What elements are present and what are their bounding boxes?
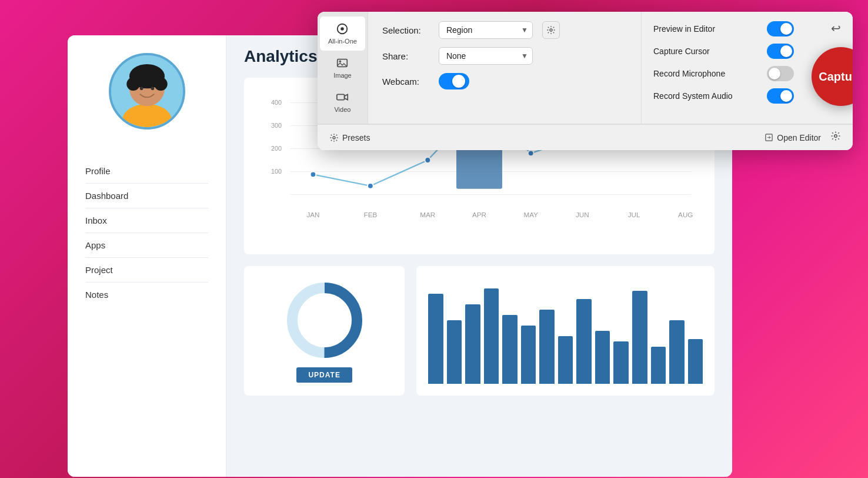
bar-10 xyxy=(595,331,610,384)
open-editor-label: Open Editor xyxy=(777,133,821,142)
options-area: Preview in Editor Capture Cursor Record … xyxy=(641,12,806,124)
bottom-charts: UPDATE xyxy=(244,266,715,396)
svg-point-41 xyxy=(341,27,345,31)
record-microphone-label: Record Microphone xyxy=(653,69,725,78)
donut-chart-svg xyxy=(283,279,366,361)
svg-point-47 xyxy=(333,137,335,139)
preview-in-editor-label: Preview in Editor xyxy=(653,24,715,34)
sidebar-item-apps[interactable]: Apps xyxy=(85,233,208,258)
open-editor-button[interactable]: Open Editor xyxy=(764,133,821,142)
bottom-right-actions: Open Editor xyxy=(764,131,841,144)
record-system-audio-toggle[interactable] xyxy=(767,88,794,104)
presets-button[interactable]: Presets xyxy=(329,133,370,142)
mode-all-in-one-label: All-in-One xyxy=(328,38,357,45)
svg-text:400: 400 xyxy=(271,99,282,106)
all-in-one-icon xyxy=(336,22,349,35)
webcam-toggle-knob xyxy=(452,75,465,88)
svg-point-22 xyxy=(425,157,430,163)
capture-button[interactable]: Capture xyxy=(812,47,853,106)
record-system-audio-knob xyxy=(780,90,792,102)
selection-label: Selection: xyxy=(382,25,429,35)
bar-2 xyxy=(447,320,462,384)
mode-video-label: Video xyxy=(334,106,350,113)
snagit-panel: All-in-One Image Video xyxy=(318,12,853,150)
settings-gear-button[interactable] xyxy=(830,131,841,144)
avatar xyxy=(109,53,185,130)
bar-9 xyxy=(576,299,592,384)
sidebar: Profile Dashboard Inbox Apps Project Not… xyxy=(68,35,226,477)
sidebar-item-inbox[interactable]: Inbox xyxy=(85,208,208,233)
share-dropdown-wrapper: None Clipboard File Email ▼ xyxy=(439,47,533,65)
bar-14 xyxy=(669,320,685,384)
svg-point-49 xyxy=(834,135,837,138)
option-preview-in-editor: Preview in Editor xyxy=(653,21,794,36)
svg-text:JAN: JAN xyxy=(306,211,319,218)
webcam-label: Webcam: xyxy=(382,77,429,87)
bar-12 xyxy=(632,291,647,384)
svg-marker-45 xyxy=(345,94,348,99)
sidebar-item-project[interactable]: Project xyxy=(85,258,208,283)
mode-icons: All-in-One Image Video xyxy=(318,12,368,124)
selection-dropdown-wrapper: Region Window Full Screen Scrolling Wind… xyxy=(439,21,533,39)
selection-dropdown[interactable]: Region Window Full Screen Scrolling Wind… xyxy=(439,21,533,39)
settings-gear-icon xyxy=(830,131,841,141)
capture-btn-area: Capture ➤ xyxy=(806,12,853,124)
bar-15 xyxy=(688,339,703,384)
sidebar-item-notes[interactable]: Notes xyxy=(85,283,208,307)
bar-5 xyxy=(502,315,518,384)
svg-text:MAY: MAY xyxy=(523,211,538,218)
option-record-microphone: Record Microphone xyxy=(653,66,794,81)
reset-button[interactable]: ↩ xyxy=(831,21,841,35)
svg-point-8 xyxy=(149,69,161,80)
gear-icon xyxy=(546,25,556,35)
mode-image[interactable]: Image xyxy=(318,51,368,85)
update-button[interactable]: UPDATE xyxy=(296,367,352,383)
bar-7 xyxy=(539,310,555,384)
controls-area: Selection: Region Window Full Screen Scr… xyxy=(368,12,641,124)
capture-cursor-toggle[interactable] xyxy=(767,44,794,59)
svg-point-10 xyxy=(151,87,154,90)
svg-text:100: 100 xyxy=(271,168,282,175)
share-label: Share: xyxy=(382,51,429,61)
bar-3 xyxy=(465,304,480,384)
svg-point-43 xyxy=(339,60,342,62)
panel-bottom: Presets Open Editor xyxy=(318,124,853,150)
sidebar-item-profile[interactable]: Profile xyxy=(85,159,208,184)
share-dropdown[interactable]: None Clipboard File Email xyxy=(439,47,533,65)
svg-point-9 xyxy=(139,87,143,90)
bar-8 xyxy=(558,336,573,384)
svg-text:APR: APR xyxy=(472,211,486,218)
svg-point-21 xyxy=(368,183,373,189)
svg-text:300: 300 xyxy=(271,122,282,129)
option-capture-cursor: Capture Cursor xyxy=(653,44,794,59)
presets-gear-icon xyxy=(329,133,339,142)
open-editor-icon xyxy=(764,133,773,142)
mode-video[interactable]: Video xyxy=(318,85,368,119)
panel-toolbar: All-in-One Image Video xyxy=(318,12,853,124)
webcam-toggle[interactable] xyxy=(439,73,469,89)
bar-11 xyxy=(613,341,629,384)
bar-chart-card xyxy=(416,266,715,396)
svg-text:JUN: JUN xyxy=(576,211,589,218)
svg-text:200: 200 xyxy=(271,145,282,152)
webcam-row: Webcam: xyxy=(382,73,627,89)
option-record-system-audio: Record System Audio xyxy=(653,88,794,104)
svg-point-46 xyxy=(550,29,552,31)
share-row: Share: None Clipboard File Email ▼ xyxy=(382,47,627,65)
svg-point-24 xyxy=(528,150,534,156)
selection-row: Selection: Region Window Full Screen Scr… xyxy=(382,21,627,39)
bar-6 xyxy=(521,326,536,384)
bar-4 xyxy=(484,288,499,384)
sidebar-item-dashboard[interactable]: Dashboard xyxy=(85,184,208,208)
bar-13 xyxy=(651,347,666,384)
bar-1 xyxy=(428,294,443,384)
mode-image-label: Image xyxy=(333,72,352,79)
mode-all-in-one[interactable]: All-in-One xyxy=(320,16,365,51)
preview-in-editor-toggle[interactable] xyxy=(767,21,794,36)
svg-text:JUL: JUL xyxy=(628,211,640,218)
record-microphone-toggle[interactable] xyxy=(767,66,794,81)
selection-settings-button[interactable] xyxy=(542,21,560,39)
donut-chart-card: UPDATE xyxy=(244,266,405,396)
record-microphone-knob xyxy=(769,68,780,79)
svg-point-20 xyxy=(311,171,316,177)
